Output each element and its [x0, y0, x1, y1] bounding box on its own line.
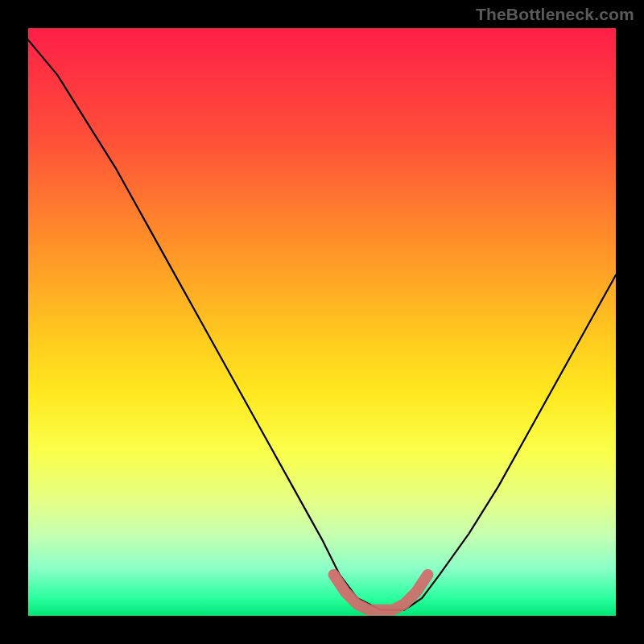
plot-area [28, 28, 616, 616]
chart-frame: TheBottleneck.com [0, 0, 644, 644]
curve-line [28, 40, 616, 610]
chart-svg [28, 28, 616, 616]
watermark-text: TheBottleneck.com [476, 5, 634, 24]
